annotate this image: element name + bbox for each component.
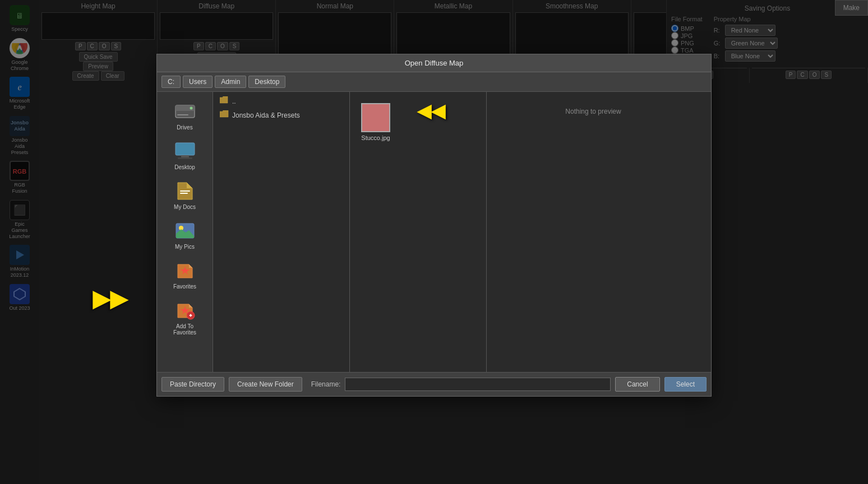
create-folder-btn[interactable]: Create New Folder (229, 377, 302, 392)
preview-panel: Nothing to preview (487, 92, 711, 372)
sidebar-nav-mypics-label: My Pics (175, 244, 195, 250)
favorites-icon (173, 259, 197, 282)
breadcrumb-desktop[interactable]: Desktop (248, 76, 285, 88)
file-item-jonsbo-label: Jonsbo Aida & Presets (232, 111, 300, 119)
sidebar-nav-drives[interactable]: Drives (160, 96, 210, 134)
add-favorites-icon (173, 299, 197, 322)
sidebar-nav-favorites[interactable]: Favorites (160, 255, 210, 293)
breadcrumb-c[interactable]: C: (161, 76, 181, 88)
svg-rect-21 (178, 157, 192, 159)
svg-point-17 (190, 107, 192, 110)
nothing-preview-label: Nothing to preview (565, 108, 632, 115)
file-item-parent-label: .. (232, 97, 236, 105)
file-panel-left: .. Jonsbo Aida & Presets (213, 92, 350, 372)
svg-rect-22 (180, 190, 190, 192)
stucco-filename-label: Stucco.jpg (361, 134, 390, 141)
open-diffuse-dialog: Open Diffuse Map C: Users Admin Desktop (156, 54, 712, 397)
sidebar-nav-mypics[interactable]: My Pics (160, 216, 210, 253)
dialog-title: Open Diffuse Map (157, 54, 711, 72)
select-btn[interactable]: Select (664, 377, 707, 392)
dialog-sidebar: Drives Desktop (157, 92, 213, 372)
drives-icon (173, 100, 197, 123)
file-item-stucco[interactable]: Stucco.jpg (357, 99, 395, 146)
svg-rect-19 (176, 143, 195, 155)
dialog-breadcrumb: C: Users Admin Desktop (157, 72, 711, 92)
filename-input[interactable] (345, 378, 611, 391)
mypics-icon (173, 219, 197, 243)
breadcrumb-users[interactable]: Users (183, 76, 213, 88)
arrow-left-stucco: ◀◀ (417, 100, 445, 122)
cancel-btn[interactable]: Cancel (615, 377, 659, 392)
svg-rect-23 (180, 193, 188, 194)
filename-label: Filename: (311, 380, 341, 388)
file-item-jonsbo[interactable]: Jonsbo Aida & Presets (215, 108, 347, 122)
sidebar-nav-favorites-label: Favorites (173, 283, 196, 290)
desktop-icon-nav (173, 139, 197, 163)
dialog-file-area: .. Jonsbo Aida & Presets (213, 92, 711, 372)
parent-folder-icon (220, 96, 229, 106)
sidebar-nav-add-favorites[interactable]: Add To Favorites (160, 295, 210, 339)
svg-rect-30 (190, 314, 191, 317)
stucco-preview-thumb (361, 103, 390, 132)
svg-rect-18 (177, 114, 188, 115)
svg-rect-20 (181, 155, 189, 157)
sidebar-nav-add-favorites-label: Add To Favorites (173, 323, 196, 336)
sidebar-nav-mydocs-label: My Docs (174, 204, 196, 210)
sidebar-nav-drives-label: Drives (177, 124, 192, 131)
file-panel-right: Stucco.jpg ◀◀ (350, 92, 487, 372)
jonsbo-folder-icon (220, 110, 229, 120)
dialog-footer: Paste Directory Create New Folder Filena… (157, 372, 711, 396)
dialog-overlay: Open Diffuse Map C: Users Admin Desktop (0, 0, 868, 484)
sidebar-nav-desktop-label: Desktop (174, 164, 195, 170)
breadcrumb-admin[interactable]: Admin (215, 76, 246, 88)
sidebar-nav-mydocs[interactable]: My Docs (160, 176, 210, 213)
sidebar-nav-desktop[interactable]: Desktop (160, 136, 210, 174)
dialog-body: Drives Desktop (157, 92, 711, 372)
paste-directory-btn[interactable]: Paste Directory (161, 377, 224, 392)
file-item-parent[interactable]: .. (215, 94, 347, 108)
mydocs-icon (173, 179, 197, 203)
